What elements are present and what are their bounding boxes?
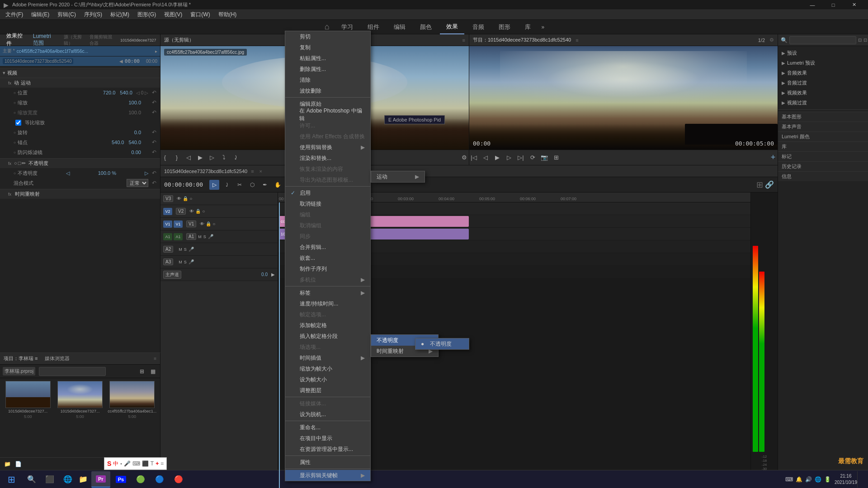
cm-divider7 [285,469,370,469]
cm-unlink[interactable]: 取消链接 [285,198,370,209]
cm-group: 编组 [285,209,370,220]
cm-properties[interactable]: 属性 [285,457,370,468]
cm-export-mogrt: 导出为动态图形模板... [285,174,370,185]
cm-adjust-layer[interactable]: 调整图层 [285,385,370,396]
cm-ripple-delete[interactable]: 波纹删除 [285,85,370,96]
sub-opacity-option[interactable]: ● 不透明度 [415,338,469,349]
cm-render-replace[interactable]: 渲染和替换... [285,153,370,164]
cm-rename[interactable]: 重命名... [285,422,370,433]
cm-license: 许可... [285,120,370,131]
cm-divider1 [285,97,370,98]
submenu-motion: 运动 ▶ [371,171,425,183]
cm-cut[interactable]: 剪切 [285,31,370,42]
cm-set-frame-size[interactable]: 设为帧大小 [285,374,370,385]
cm-paste-attr[interactable]: 粘贴属性... [285,53,370,64]
cm-set-offline[interactable]: 设为脱机... [285,409,370,420]
context-menu: 剪切 复制 粘贴属性... 删除属性... 清除 波纹删除 编辑原始 在 Ado… [285,31,371,481]
cm-show-keyframes[interactable]: 显示剪辑关键帧▶ [285,470,370,481]
cm-label[interactable]: 标签▶ [285,287,370,298]
cm-divider5 [285,421,370,421]
cm-scale-to-frame[interactable]: 缩放为帧大小 [285,363,370,374]
cm-copy-label: 复制 [300,44,311,52]
cm-add-frame-hold[interactable]: 添加帧定格 [285,320,370,331]
cm-multicamp: 多机位▶ [285,274,370,285]
photoshop-pid-text: E Adobe Photoshop Pid [388,117,441,122]
cm-reveal-project[interactable]: 在项目中显示 [285,433,370,444]
cm-link-media: 链接媒体... [285,398,370,409]
cm-speed[interactable]: 速度/持续时间... [285,298,370,309]
cm-ae-replace: 使用 After Effects 合成替换 [285,131,370,142]
cm-divider2 [285,186,370,187]
cm-sync: 同步 [285,231,370,242]
cm-ungroup: 取消编组 [285,220,370,231]
cm-edit-ps[interactable]: 在 Adobe Photoshop 中编辑 [285,109,370,120]
cm-make-subsequence[interactable]: 制作子序列 [285,263,370,274]
cm-restore-unrendered: 恢复未渲染的内容 [285,164,370,174]
cm-copy[interactable]: 复制 [285,42,370,53]
cm-divider3 [285,286,370,286]
cm-frame-hold: 帧定选项... [285,309,370,320]
cm-insert-frame-seg[interactable]: 插入帧定格分段 [285,331,370,342]
cm-clear[interactable]: 清除 [285,75,370,85]
cm-time-interp[interactable]: 时间插值▶ [285,352,370,363]
context-menu-overlay[interactable]: 剪切 复制 粘贴属性... 删除属性... 清除 波纹删除 编辑原始 在 Ado… [0,0,868,488]
sub-motion[interactable]: 运动 ▶ [371,171,425,182]
cm-enable[interactable]: ✓启用 [285,188,370,198]
submenu-opacity-options: ● 不透明度 [415,338,469,350]
cm-delete-attr[interactable]: 删除属性... [285,64,370,75]
cm-nest[interactable]: 嵌套... [285,253,370,263]
cm-cut-label: 剪切 [300,33,311,41]
cm-divider4 [285,397,370,397]
photoshop-tooltip: E Adobe Photoshop Pid [384,115,445,124]
cm-reveal-explorer[interactable]: 在资源管理器中显示... [285,444,370,455]
cm-field-options: 场选项... [285,342,370,352]
cm-merge-clips[interactable]: 合并剪辑... [285,242,370,253]
cm-divider6 [285,455,370,456]
cm-clip-replace[interactable]: 使用剪辑替换▶ [285,142,370,153]
